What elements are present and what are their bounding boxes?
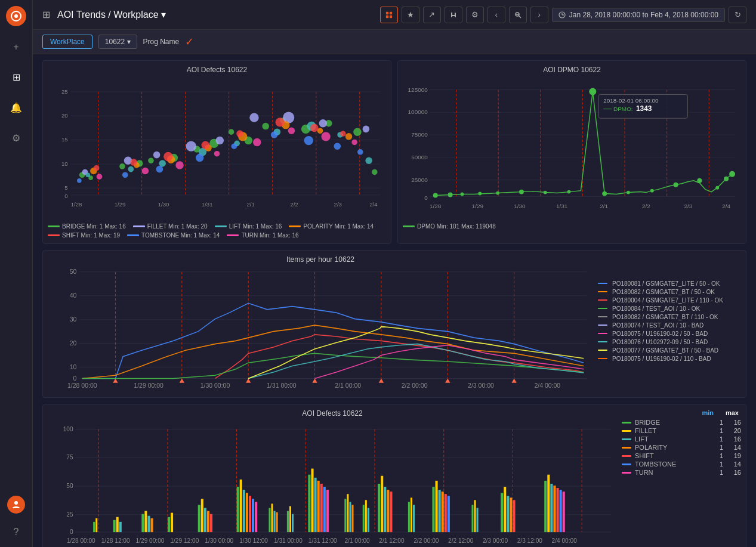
prev-btn[interactable]: ‹: [487, 7, 505, 23]
svg-rect-233: [204, 508, 206, 533]
time-range-display[interactable]: Jan 28, 2018 00:00:00 to Feb 4, 2018 00:…: [552, 8, 725, 22]
svg-text:2/1: 2/1: [600, 203, 608, 209]
legend-fillet: FILLET 1 20: [622, 427, 741, 434]
svg-rect-293: [93, 522, 95, 532]
share-btn[interactable]: ↗: [423, 7, 441, 23]
svg-rect-225: [141, 514, 144, 532]
svg-point-103: [253, 138, 261, 146]
svg-rect-281: [501, 493, 503, 532]
svg-rect-272: [432, 487, 434, 532]
check-button[interactable]: ✓: [185, 35, 194, 48]
sidebar-bell-icon[interactable]: 🔔: [7, 98, 26, 117]
svg-text:50: 50: [66, 483, 73, 489]
svg-rect-286: [544, 481, 547, 532]
next-btn[interactable]: ›: [530, 7, 548, 23]
settings-btn[interactable]: ⚙: [466, 7, 484, 23]
svg-text:2/3 00:00: 2/3 00:00: [468, 382, 494, 389]
aoi-dpmo-chart: AOI DPMO 10622 125000 100000 75000 50000…: [397, 60, 746, 244]
app-logo[interactable]: [6, 6, 26, 26]
svg-rect-237: [240, 480, 242, 532]
svg-text:2/2 00:00: 2/2 00:00: [414, 537, 439, 544]
svg-rect-271: [413, 505, 415, 532]
page-title[interactable]: AOI Trends / Workplace ▾: [57, 9, 373, 20]
svg-point-141: [567, 190, 571, 194]
svg-rect-292: [563, 492, 565, 532]
bottom-defects-svg: 100 75 50 25 0 1/28 00:00 1/28 12:00 1/2…: [48, 421, 617, 547]
svg-rect-246: [276, 512, 278, 532]
svg-text:5: 5: [64, 184, 67, 191]
svg-rect-273: [436, 481, 438, 532]
svg-marker-188: [511, 378, 516, 382]
svg-rect-257: [344, 499, 346, 532]
svg-text:2/1: 2/1: [247, 201, 255, 208]
svg-point-88: [310, 124, 318, 132]
svg-rect-285: [513, 500, 515, 532]
aoi-dpmo-svg: 125000 100000 75000 50000 25000 0 1/28 1…: [403, 78, 741, 221]
svg-point-100: [142, 168, 149, 175]
svg-point-2: [14, 501, 18, 505]
svg-rect-228: [151, 518, 153, 532]
svg-text:100: 100: [63, 426, 73, 432]
svg-point-84: [163, 152, 172, 161]
svg-text:2/1 12:00: 2/1 12:00: [379, 537, 405, 544]
sidebar-add-icon[interactable]: +: [10, 38, 22, 56]
items-title: Items per hour 10622: [48, 255, 593, 264]
svg-rect-294: [95, 518, 97, 532]
svg-marker-183: [180, 378, 184, 382]
sidebar-dashboard-icon[interactable]: ⊞: [9, 68, 24, 86]
legend-polarity: POLARITY 1 14: [622, 444, 741, 451]
svg-text:75: 75: [66, 454, 73, 461]
svg-point-101: [175, 161, 183, 169]
legend-lift: LIFT 1 16: [622, 435, 741, 443]
svg-point-139: [519, 190, 524, 194]
charts-area: AOI Defects 10622 25 20 15 10 5 0: [33, 54, 756, 547]
svg-rect-245: [274, 511, 276, 533]
svg-point-82: [94, 165, 100, 171]
dashboard-btn[interactable]: [380, 7, 398, 23]
bottom-chart-legend: min max BRIDGE 1 16 FILLET 1 20 L: [622, 409, 741, 547]
svg-text:0: 0: [70, 529, 73, 535]
sidebar-help-icon[interactable]: ?: [10, 523, 23, 541]
aoi-defects-bottom-chart: AOI Defects 10622 100 75 50 25 0 1/28 00…: [42, 404, 746, 547]
aoi-dpmo-title: AOI DPMO 10622: [403, 66, 741, 74]
svg-rect-274: [439, 490, 441, 532]
svg-rect-241: [252, 499, 254, 532]
svg-marker-186: [379, 378, 384, 382]
aoi-defects-legend: BRIDGE Min: 1 Max: 16 FILLET Min: 1 Max:…: [48, 223, 386, 239]
svg-point-44: [148, 157, 154, 163]
svg-text:── DPMO:: ── DPMO:: [603, 106, 632, 112]
save-btn[interactable]: [445, 7, 462, 23]
legend-turn: TURN 1 16: [622, 469, 741, 476]
sidebar: + ⊞ 🔔 ⚙ ?: [0, 0, 33, 547]
svg-text:1/28 00:00: 1/28 00:00: [67, 537, 95, 544]
svg-text:25000: 25000: [411, 177, 428, 183]
svg-rect-268: [390, 492, 392, 532]
svg-text:1/29: 1/29: [115, 201, 126, 208]
svg-rect-255: [323, 487, 326, 532]
svg-text:10: 10: [61, 160, 68, 167]
svg-rect-247: [287, 511, 289, 533]
workplace-tab[interactable]: WorkPlace: [42, 35, 92, 49]
svg-rect-231: [198, 505, 200, 532]
refresh-btn[interactable]: ↻: [729, 7, 746, 23]
svg-text:1/30 00:00: 1/30 00:00: [200, 382, 230, 389]
svg-rect-5: [386, 15, 388, 17]
id-dropdown[interactable]: 10622 ▾: [98, 35, 137, 49]
user-avatar[interactable]: [7, 496, 25, 514]
svg-point-136: [460, 193, 464, 196]
prog-name-btn[interactable]: Prog Name: [143, 38, 180, 46]
svg-rect-254: [320, 484, 323, 532]
svg-point-143: [602, 191, 607, 196]
zoom-btn[interactable]: [509, 7, 527, 23]
svg-rect-227: [147, 516, 150, 532]
star-btn[interactable]: ★: [402, 7, 419, 23]
svg-point-137: [478, 192, 482, 196]
svg-text:2/3: 2/3: [684, 203, 693, 209]
svg-point-148: [715, 186, 719, 190]
sidebar-gear-icon[interactable]: ⚙: [8, 129, 24, 147]
svg-text:2/3 12:00: 2/3 12:00: [517, 537, 543, 544]
svg-text:1/29 00:00: 1/29 00:00: [134, 382, 163, 389]
svg-text:25: 25: [61, 88, 68, 95]
svg-text:0: 0: [64, 193, 67, 199]
svg-point-104: [288, 127, 295, 134]
